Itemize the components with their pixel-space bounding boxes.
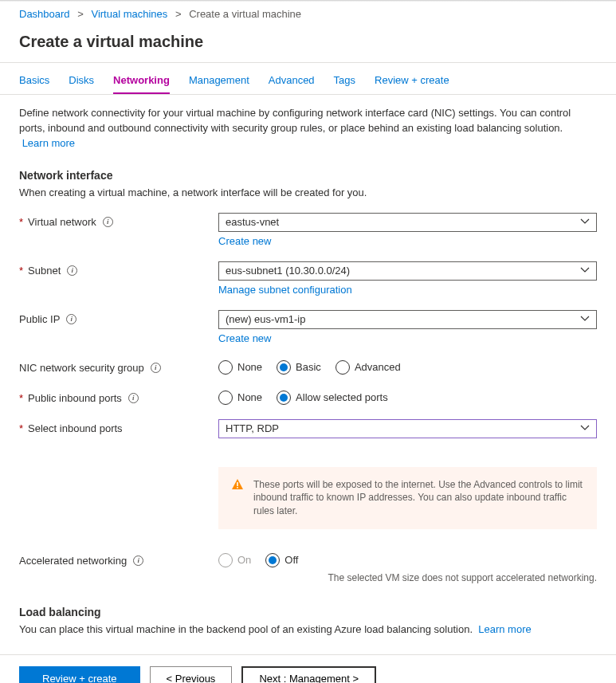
label-text: Subnet bbox=[28, 265, 61, 277]
select-subnet[interactable]: eus-subnet1 (10.30.0.0/24) bbox=[218, 261, 597, 281]
radio-nsg-basic[interactable]: Basic bbox=[277, 360, 321, 375]
create-new-vnet-link[interactable]: Create new bbox=[218, 235, 271, 247]
select-value: eus-subnet1 (10.30.0.0/24) bbox=[226, 265, 350, 277]
info-icon[interactable]: i bbox=[103, 217, 113, 227]
svg-rect-1 bbox=[237, 487, 238, 489]
radio-group-accel-net: On Off bbox=[218, 552, 597, 567]
tab-advanced[interactable]: Advanced bbox=[269, 74, 315, 94]
field-public-inbound-ports: * Public inbound ports i None Allow sele… bbox=[19, 389, 597, 405]
label-text: Public IP bbox=[19, 313, 60, 325]
section-load-balancing-heading: Load balancing bbox=[19, 606, 597, 618]
breadcrumb-sep: > bbox=[77, 8, 84, 20]
field-subnet: * Subnet i eus-subnet1 (10.30.0.0/24) Ma… bbox=[19, 261, 597, 296]
breadcrumb-virtual-machines[interactable]: Virtual machines bbox=[91, 8, 167, 20]
field-select-inbound-ports: * Select inbound ports HTTP, RDP bbox=[19, 419, 597, 438]
radio-label: None bbox=[237, 391, 262, 403]
next-button[interactable]: Next : Management > bbox=[241, 666, 376, 683]
warning-row: These ports will be exposed to the inter… bbox=[19, 453, 597, 529]
footer-buttons: Review + create < Previous Next : Manage… bbox=[0, 654, 616, 683]
chevron-down-icon bbox=[580, 265, 590, 277]
radio-ports-none[interactable]: None bbox=[218, 391, 262, 405]
label-virtual-network: * Virtual network i bbox=[19, 213, 218, 228]
select-virtual-network[interactable]: eastus-vnet bbox=[218, 213, 597, 232]
radio-label: Advanced bbox=[355, 361, 401, 373]
manage-subnet-link[interactable]: Manage subnet configuration bbox=[218, 284, 352, 296]
field-public-ip: Public IP i (new) eus-vm1-ip Create new bbox=[19, 310, 597, 344]
radio-accel-on: On bbox=[218, 553, 251, 567]
tab-description: Define network connectivity for your vir… bbox=[19, 106, 597, 151]
label-subnet: * Subnet i bbox=[19, 261, 218, 277]
select-value: eastus-vnet bbox=[226, 216, 279, 228]
required-star: * bbox=[19, 392, 23, 404]
label-text: Select inbound ports bbox=[28, 422, 123, 434]
label-text: NIC network security group bbox=[19, 362, 144, 374]
radio-group-nic-nsg: None Basic Advanced bbox=[218, 359, 597, 375]
create-new-ip-link[interactable]: Create new bbox=[218, 332, 271, 344]
info-icon[interactable]: i bbox=[128, 393, 139, 403]
field-virtual-network: * Virtual network i eastus-vnet Create n… bbox=[19, 213, 597, 247]
radio-label: None bbox=[237, 361, 262, 373]
label-select-inbound-ports: * Select inbound ports bbox=[19, 419, 218, 434]
label-text: Virtual network bbox=[28, 216, 96, 228]
field-nic-nsg: NIC network security group i None Basic … bbox=[19, 359, 597, 375]
warning-box: These ports will be exposed to the inter… bbox=[218, 467, 597, 529]
section-load-balancing-subtext: You can place this virtual machine in th… bbox=[19, 623, 597, 635]
radio-group-inbound-ports: None Allow selected ports bbox=[218, 389, 597, 405]
field-accelerated-networking: Accelerated networking i On Off The sele… bbox=[19, 552, 597, 583]
radio-label: Off bbox=[284, 554, 298, 566]
page-title: Create a virtual machine bbox=[0, 26, 616, 62]
section-network-interface-heading: Network interface bbox=[19, 169, 597, 182]
label-public-inbound-ports: * Public inbound ports i bbox=[19, 389, 218, 404]
tab-networking[interactable]: Networking bbox=[113, 74, 170, 94]
tab-disks[interactable]: Disks bbox=[69, 74, 94, 94]
radio-nsg-advanced[interactable]: Advanced bbox=[335, 360, 401, 375]
chevron-down-icon bbox=[580, 217, 590, 229]
warning-text: These ports will be exposed to the inter… bbox=[253, 478, 584, 518]
svg-rect-0 bbox=[237, 482, 238, 486]
tab-management[interactable]: Management bbox=[189, 74, 249, 94]
radio-label: Allow selected ports bbox=[296, 391, 388, 403]
tab-basics[interactable]: Basics bbox=[19, 74, 49, 94]
label-accelerated-networking: Accelerated networking i bbox=[19, 552, 218, 567]
tab-tags[interactable]: Tags bbox=[334, 74, 355, 94]
chevron-down-icon bbox=[580, 314, 590, 326]
tabs: Basics Disks Networking Management Advan… bbox=[0, 63, 616, 95]
radio-nsg-none[interactable]: None bbox=[218, 360, 262, 375]
info-icon[interactable]: i bbox=[151, 363, 161, 373]
lb-subtext: You can place this virtual machine in th… bbox=[19, 623, 473, 635]
required-star: * bbox=[19, 216, 23, 228]
radio-ports-allow[interactable]: Allow selected ports bbox=[277, 391, 388, 405]
select-value: HTTP, RDP bbox=[226, 422, 279, 434]
select-public-ip[interactable]: (new) eus-vm1-ip bbox=[218, 310, 597, 329]
required-star: * bbox=[19, 422, 23, 434]
section-network-interface-subtext: When creating a virtual machine, a netwo… bbox=[19, 186, 597, 198]
breadcrumb: Dashboard > Virtual machines > Create a … bbox=[0, 2, 616, 26]
select-inbound-ports[interactable]: HTTP, RDP bbox=[218, 419, 597, 438]
radio-label: On bbox=[237, 554, 251, 566]
breadcrumb-sep: > bbox=[175, 8, 182, 20]
info-icon[interactable]: i bbox=[66, 314, 77, 324]
info-icon[interactable]: i bbox=[133, 555, 143, 566]
learn-more-lb-link[interactable]: Learn more bbox=[478, 623, 531, 635]
learn-more-link[interactable]: Learn more bbox=[22, 137, 75, 149]
accel-net-note: The selected VM size does not support ac… bbox=[218, 572, 597, 583]
previous-button[interactable]: < Previous bbox=[150, 666, 233, 683]
required-star: * bbox=[19, 265, 23, 277]
label-nic-nsg: NIC network security group i bbox=[19, 359, 218, 374]
label-text: Accelerated networking bbox=[19, 555, 127, 567]
select-value: (new) eus-vm1-ip bbox=[226, 313, 305, 325]
description-text: Define network connectivity for your vir… bbox=[19, 107, 571, 134]
radio-accel-off[interactable]: Off bbox=[265, 553, 298, 567]
warning-icon bbox=[231, 478, 244, 518]
label-text: Public inbound ports bbox=[28, 392, 122, 404]
breadcrumb-dashboard[interactable]: Dashboard bbox=[19, 8, 70, 20]
chevron-down-icon bbox=[580, 423, 590, 435]
tab-review-create[interactable]: Review + create bbox=[375, 74, 449, 94]
info-icon[interactable]: i bbox=[67, 265, 77, 276]
review-create-button[interactable]: Review + create bbox=[19, 666, 140, 683]
label-public-ip: Public IP i bbox=[19, 310, 218, 325]
radio-label: Basic bbox=[296, 361, 321, 373]
breadcrumb-current: Create a virtual machine bbox=[189, 8, 301, 20]
